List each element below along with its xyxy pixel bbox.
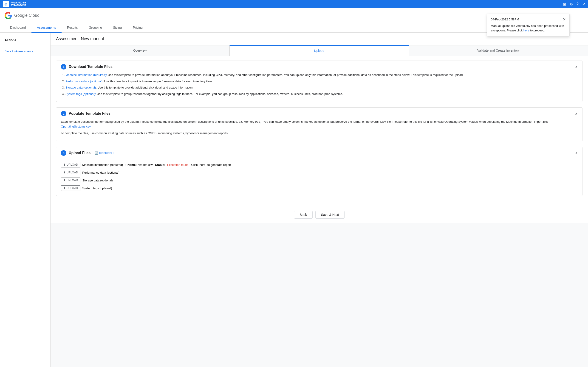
step-3-header-left: 3 Upload Files 🔄 REFRESH — [61, 150, 113, 156]
step-2-chevron-icon: ∧ — [575, 111, 578, 116]
notification-date: 04-Feb-2022 5:58PM — [491, 18, 519, 21]
upload-row-performance: ⬆ UPLOAD Performance data (optional) — [61, 169, 578, 176]
operating-systems-link[interactable]: OperatingSystems.csv — [61, 125, 91, 128]
upload-machine-desc: Machine information (required) — [82, 163, 123, 167]
tab-assessments[interactable]: Assessments — [32, 23, 61, 33]
name-value: vmInfo.csv, — [138, 163, 153, 167]
refresh-label: REFRESH — [99, 151, 113, 155]
step-2-header[interactable]: 2 Populate Template Files ∧ — [56, 108, 582, 119]
sidebar-divider — [0, 46, 50, 46]
step-1-header-left: 1 Download Template Files — [61, 64, 112, 69]
step-tab-upload[interactable]: Upload — [229, 45, 409, 56]
step-2-text-2: To complete the files, use common existi… — [61, 131, 578, 136]
app-name: Google Cloud — [14, 13, 40, 18]
step-tabs: Overview Upload Validate and Create Inve… — [51, 45, 588, 56]
notification-body: Manual upload file vmInfo.csv has been p… — [491, 24, 566, 33]
upload-icon: ⬆ — [63, 163, 66, 166]
top-bar: POWERED BYSTRATOZONE ⊞ ⚙ ? ↗ — [0, 0, 588, 8]
upload-storage-button[interactable]: ⬆ UPLOAD — [61, 177, 80, 183]
tab-grouping[interactable]: Grouping — [83, 23, 107, 33]
upload-icon: ⬆ — [63, 171, 66, 174]
sidebar: Actions Back to Assessments — [0, 33, 51, 367]
main-layout: Actions Back to Assessments Assessment: … — [0, 33, 588, 367]
upload-tags-button[interactable]: ⬆ UPLOAD — [61, 185, 80, 191]
exception-here-link[interactable]: here — [199, 163, 206, 167]
step-2-text-1: Each template describes the formatting u… — [61, 119, 578, 129]
after-text: Click — [191, 163, 198, 167]
notification-here-link[interactable]: here — [523, 29, 529, 32]
step-tab-validate[interactable]: Validate and Create Inventory — [409, 45, 588, 56]
after-link: to generate report — [208, 163, 231, 167]
step-3-header[interactable]: 3 Upload Files 🔄 REFRESH ∧ — [56, 147, 582, 159]
name-label: Name: — [128, 163, 137, 167]
step-tab-overview[interactable]: Overview — [51, 45, 229, 56]
step-2-number: 2 — [61, 111, 66, 116]
content-area: Assessment: New manual Overview Upload V… — [51, 33, 588, 367]
refresh-button[interactable]: 🔄 REFRESH — [95, 151, 113, 155]
status-exception: Exception found. — [167, 163, 190, 167]
stratozone-logo-icon — [3, 1, 9, 7]
status-label: Status: — [155, 163, 165, 167]
grid-icon[interactable]: ⊞ — [563, 2, 566, 6]
tab-dashboard[interactable]: Dashboard — [5, 23, 32, 33]
list-item: Storage data (optional): Use this templa… — [65, 85, 578, 90]
storage-data-link[interactable]: Storage data (optional): — [65, 86, 97, 89]
upload-performance-button[interactable]: ⬆ UPLOAD — [61, 170, 80, 175]
upload-items: ⬆ UPLOAD Machine information (required) … — [61, 161, 578, 192]
back-to-assessments-link[interactable]: Back to Assessments — [0, 48, 50, 55]
list-item: System tags (optional): Use this templat… — [65, 92, 578, 96]
upload-icon: ⬆ — [63, 186, 66, 190]
step-2-header-left: 2 Populate Template Files — [61, 111, 111, 116]
step-1-header[interactable]: 1 Download Template Files ∧ — [56, 61, 582, 73]
back-button[interactable]: Back — [294, 211, 313, 219]
list-item: Performance data (optional): Use this te… — [65, 79, 578, 84]
stratozone-text: POWERED BYSTRATOZONE — [10, 1, 26, 7]
save-next-button[interactable]: Save & Next — [315, 211, 345, 219]
step-1-number: 1 — [61, 64, 66, 69]
upload-icon: ⬆ — [63, 179, 66, 182]
help-icon[interactable]: ? — [577, 2, 579, 6]
performance-data-link[interactable]: Performance data (optional): — [65, 80, 103, 83]
share-icon[interactable]: ↗ — [582, 2, 585, 6]
performance-data-desc: Use this template to provide time-series… — [104, 80, 213, 83]
tab-sizing[interactable]: Sizing — [107, 23, 127, 33]
step-2-body: Each template describes the formatting u… — [56, 119, 582, 141]
step-3-title: Upload Files — [69, 151, 90, 155]
step-3-section: 3 Upload Files 🔄 REFRESH ∧ — [56, 147, 582, 196]
step-1-list: Machine information (required): Use this… — [61, 73, 578, 96]
stratozone-logo: POWERED BYSTRATOZONE — [3, 1, 26, 7]
tab-results[interactable]: Results — [61, 23, 83, 33]
steps-content: 1 Download Template Files ∧ Machine info… — [51, 56, 588, 206]
colon-sep: : — [125, 163, 126, 167]
machine-info-desc: Use this template to provide information… — [108, 73, 464, 77]
upload-row-machine: ⬆ UPLOAD Machine information (required) … — [61, 161, 578, 169]
gc-logo: Google Cloud — [5, 12, 40, 19]
notification-popup: 04-Feb-2022 5:58PM ✕ Manual upload file … — [487, 14, 570, 36]
notification-header: 04-Feb-2022 5:58PM ✕ — [491, 18, 566, 21]
upload-performance-desc: Performance data (optional) — [82, 171, 119, 174]
step-2-title: Populate Template Files — [69, 111, 111, 116]
step-1-chevron-icon: ∧ — [575, 65, 578, 69]
machine-info-link[interactable]: Machine information (required): — [65, 73, 107, 77]
footer-buttons: Back Save & Next — [51, 206, 588, 223]
step-3-number: 3 — [61, 150, 66, 156]
tab-pricing[interactable]: Pricing — [127, 23, 148, 33]
google-cloud-logo-icon — [5, 12, 12, 19]
upload-row-tags: ⬆ UPLOAD System tags (optional) — [61, 184, 578, 192]
step-2-section: 2 Populate Template Files ∧ Each templat… — [56, 107, 582, 141]
notification-message-after: to proceed. — [530, 29, 545, 32]
upload-storage-desc: Storage data (optional) — [82, 179, 112, 182]
sidebar-section-title: Actions — [0, 36, 50, 44]
upload-tags-desc: System tags (optional) — [82, 186, 112, 190]
upload-machine-button[interactable]: ⬆ UPLOAD — [61, 162, 80, 167]
refresh-icon: 🔄 — [95, 151, 98, 155]
close-icon[interactable]: ✕ — [563, 18, 566, 21]
settings-icon[interactable]: ⚙ — [570, 2, 573, 6]
system-tags-link[interactable]: System tags (optional): — [65, 92, 96, 96]
upload-row-storage: ⬆ UPLOAD Storage data (optional) — [61, 176, 578, 184]
top-bar-left: POWERED BYSTRATOZONE — [3, 1, 26, 7]
system-tags-desc: Use this template to group resources tog… — [97, 92, 343, 96]
storage-data-desc: Use this template to provide additional … — [98, 86, 194, 89]
step-3-body: ⬆ UPLOAD Machine information (required) … — [56, 161, 582, 196]
step-1-title: Download Template Files — [69, 65, 112, 69]
